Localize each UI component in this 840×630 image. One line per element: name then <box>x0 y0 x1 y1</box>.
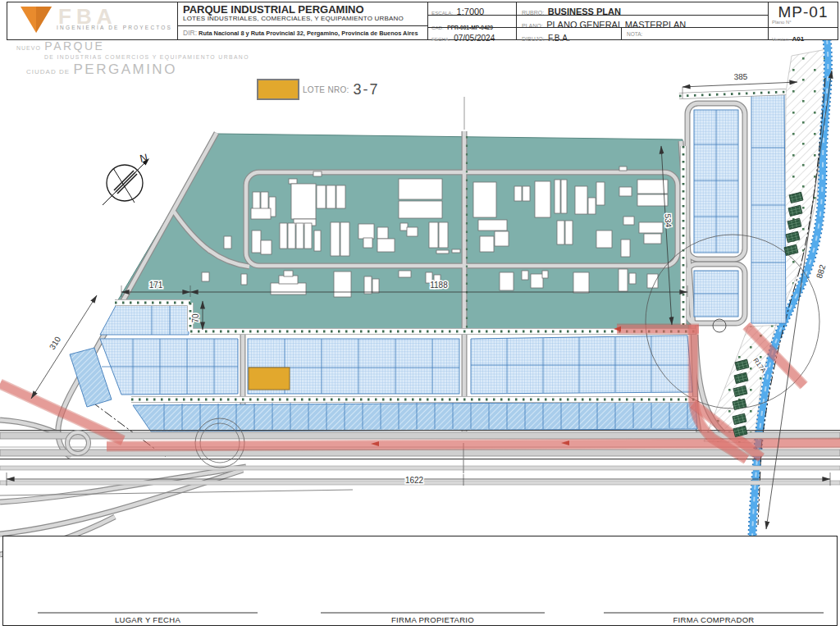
sheet-number-cell: MP-01 Plano N° Version A01 <box>768 2 838 39</box>
dir-label: DIR: <box>183 29 197 37</box>
lot-swatch <box>257 79 299 100</box>
nota-label: NOTA: <box>627 31 642 37</box>
company-logo-icon <box>19 5 53 36</box>
drawing-sheet: 171 1188 70 385 534 882 310 1622 R17A N … <box>0 0 840 630</box>
plan-heading: NUEVO PARQUE DE INDUSTRIAS COMERCIOS Y E… <box>16 39 249 76</box>
fecha-label: FECHA: <box>431 36 450 42</box>
plano-n-label: Plano N° <box>772 20 792 25</box>
signature-box: LUGAR Y FECHA FIRMA PROPIETARIO FIRMA CO… <box>2 536 838 626</box>
north-label: N <box>139 151 148 165</box>
logo-cell: FBA INGENIERÍA DE PROYECTOS <box>7 2 177 39</box>
dir-value: Ruta Nacional 8 y Ruta Provincial 32, Pe… <box>199 30 418 37</box>
heading-prefix-1: NUEVO <box>16 45 41 51</box>
title-block: FBA INGENIERÍA DE PROYECTOS PARQUE INDUS… <box>7 2 838 40</box>
company-tagline: INGENIERÍA DE PROYECTOS <box>57 25 172 30</box>
heading-line-2: DE INDUSTRIAS COMERCIOS Y EQUIPAMIENTO U… <box>44 55 249 61</box>
heading-prefix-2: CIUDAD DE <box>26 68 70 75</box>
dim-882: 882 <box>815 263 828 280</box>
dim-171: 171 <box>149 281 163 290</box>
version-value: A01 <box>792 35 804 43</box>
dim-385: 385 <box>733 72 747 82</box>
north-compass: N <box>103 151 149 205</box>
project-title: PARQUE INDUSTRIAL PERGAMINO <box>183 4 427 15</box>
project-subtitle: LOTES INDUSTRIALES, COMERCIALES, Y EQUIP… <box>183 15 427 22</box>
lot-legend-value: 3-7 <box>354 81 380 98</box>
dim-70: 70 <box>191 313 200 323</box>
meta-cell: ESCALA: 1:7000 CAD: PPR-001-MP-0429 FECH… <box>427 2 516 39</box>
signature-field-buyer: FIRMA COMPRADOR <box>604 612 824 624</box>
signature-label: LUGAR Y FECHA <box>38 615 258 624</box>
fecha-value: 07/05/2024 <box>454 34 495 43</box>
signature-line <box>321 612 545 614</box>
signature-label: FIRMA COMPRADOR <box>604 615 824 624</box>
lot-legend: LOTE NRO: 3-7 <box>257 79 380 100</box>
signature-field-place-date: LUGAR Y FECHA <box>38 612 258 624</box>
dim-1188: 1188 <box>430 281 448 290</box>
signature-label: FIRMA PROPIETARIO <box>321 615 545 624</box>
lot-legend-label: LOTE NRO: <box>303 85 349 94</box>
signature-line <box>38 612 258 614</box>
dim-534: 534 <box>664 213 673 228</box>
heading-big-2: PERGAMINO <box>73 62 176 77</box>
dim-1622: 1622 <box>405 476 424 485</box>
sheet-code: MP-01 <box>769 3 838 21</box>
signature-field-owner: FIRMA PROPIETARIO <box>321 612 545 624</box>
heading-big-1: PARQUE <box>44 39 104 52</box>
version-label: Version <box>772 37 788 42</box>
project-cell: PARQUE INDUSTRIAL PERGAMINO LOTES INDUST… <box>177 2 427 39</box>
dim-310: 310 <box>48 335 62 351</box>
doc-cell: RUBRO: BUSINESS PLAN PLANO: PLANO GENERA… <box>516 2 768 39</box>
dibujo-value: F.B.A. <box>548 34 570 43</box>
highlighted-lot <box>249 368 290 390</box>
signature-line <box>604 612 824 614</box>
dibujo-label: DIBUJO: <box>522 36 545 42</box>
